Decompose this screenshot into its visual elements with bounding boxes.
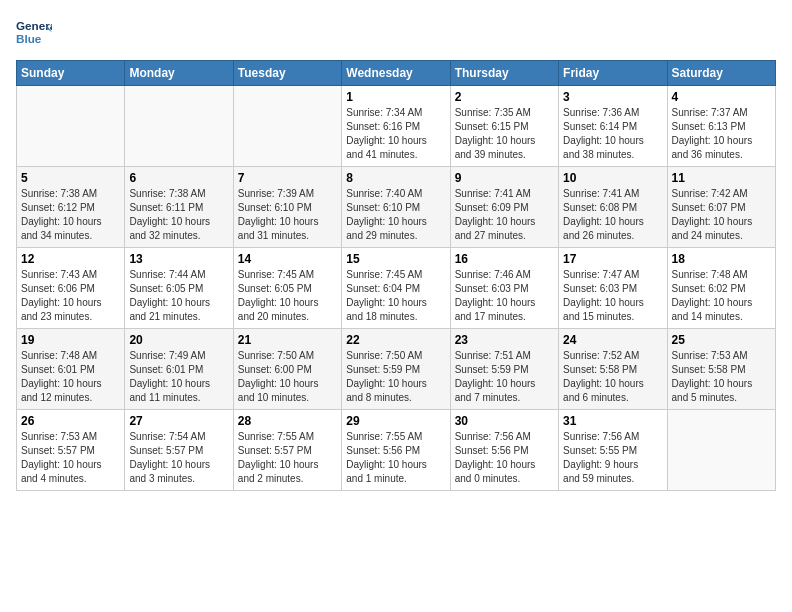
week-row-1: 1Sunrise: 7:34 AMSunset: 6:16 PMDaylight… [17, 86, 776, 167]
day-cell: 31Sunrise: 7:56 AMSunset: 5:55 PMDayligh… [559, 410, 667, 491]
day-number: 29 [346, 414, 445, 428]
column-header-thursday: Thursday [450, 61, 558, 86]
day-cell: 3Sunrise: 7:36 AMSunset: 6:14 PMDaylight… [559, 86, 667, 167]
day-info: Sunrise: 7:55 AMSunset: 5:57 PMDaylight:… [238, 430, 337, 486]
day-cell: 11Sunrise: 7:42 AMSunset: 6:07 PMDayligh… [667, 167, 775, 248]
day-cell: 10Sunrise: 7:41 AMSunset: 6:08 PMDayligh… [559, 167, 667, 248]
day-info: Sunrise: 7:56 AMSunset: 5:55 PMDaylight:… [563, 430, 662, 486]
day-info: Sunrise: 7:53 AMSunset: 5:58 PMDaylight:… [672, 349, 771, 405]
day-cell: 9Sunrise: 7:41 AMSunset: 6:09 PMDaylight… [450, 167, 558, 248]
day-cell [233, 86, 341, 167]
day-number: 3 [563, 90, 662, 104]
column-headers: SundayMondayTuesdayWednesdayThursdayFrid… [17, 61, 776, 86]
day-number: 27 [129, 414, 228, 428]
day-cell: 13Sunrise: 7:44 AMSunset: 6:05 PMDayligh… [125, 248, 233, 329]
day-number: 20 [129, 333, 228, 347]
day-number: 25 [672, 333, 771, 347]
day-info: Sunrise: 7:45 AMSunset: 6:04 PMDaylight:… [346, 268, 445, 324]
day-info: Sunrise: 7:45 AMSunset: 6:05 PMDaylight:… [238, 268, 337, 324]
day-number: 22 [346, 333, 445, 347]
calendar-table: SundayMondayTuesdayWednesdayThursdayFrid… [16, 60, 776, 491]
day-info: Sunrise: 7:48 AMSunset: 6:01 PMDaylight:… [21, 349, 120, 405]
day-number: 4 [672, 90, 771, 104]
day-cell: 15Sunrise: 7:45 AMSunset: 6:04 PMDayligh… [342, 248, 450, 329]
day-number: 21 [238, 333, 337, 347]
day-cell: 26Sunrise: 7:53 AMSunset: 5:57 PMDayligh… [17, 410, 125, 491]
day-cell: 18Sunrise: 7:48 AMSunset: 6:02 PMDayligh… [667, 248, 775, 329]
column-header-sunday: Sunday [17, 61, 125, 86]
day-cell: 12Sunrise: 7:43 AMSunset: 6:06 PMDayligh… [17, 248, 125, 329]
day-info: Sunrise: 7:50 AMSunset: 5:59 PMDaylight:… [346, 349, 445, 405]
day-cell: 29Sunrise: 7:55 AMSunset: 5:56 PMDayligh… [342, 410, 450, 491]
day-info: Sunrise: 7:42 AMSunset: 6:07 PMDaylight:… [672, 187, 771, 243]
day-cell: 21Sunrise: 7:50 AMSunset: 6:00 PMDayligh… [233, 329, 341, 410]
day-number: 15 [346, 252, 445, 266]
svg-text:Blue: Blue [16, 32, 42, 45]
day-cell: 8Sunrise: 7:40 AMSunset: 6:10 PMDaylight… [342, 167, 450, 248]
day-cell: 7Sunrise: 7:39 AMSunset: 6:10 PMDaylight… [233, 167, 341, 248]
day-info: Sunrise: 7:50 AMSunset: 6:00 PMDaylight:… [238, 349, 337, 405]
day-info: Sunrise: 7:53 AMSunset: 5:57 PMDaylight:… [21, 430, 120, 486]
day-number: 11 [672, 171, 771, 185]
day-number: 14 [238, 252, 337, 266]
day-number: 5 [21, 171, 120, 185]
column-header-friday: Friday [559, 61, 667, 86]
day-number: 17 [563, 252, 662, 266]
column-header-wednesday: Wednesday [342, 61, 450, 86]
page-header: GeneralBlue [16, 16, 776, 52]
day-number: 30 [455, 414, 554, 428]
day-number: 12 [21, 252, 120, 266]
day-number: 6 [129, 171, 228, 185]
day-cell: 30Sunrise: 7:56 AMSunset: 5:56 PMDayligh… [450, 410, 558, 491]
day-info: Sunrise: 7:37 AMSunset: 6:13 PMDaylight:… [672, 106, 771, 162]
day-number: 1 [346, 90, 445, 104]
day-info: Sunrise: 7:39 AMSunset: 6:10 PMDaylight:… [238, 187, 337, 243]
day-number: 18 [672, 252, 771, 266]
week-row-2: 5Sunrise: 7:38 AMSunset: 6:12 PMDaylight… [17, 167, 776, 248]
day-cell: 19Sunrise: 7:48 AMSunset: 6:01 PMDayligh… [17, 329, 125, 410]
logo: GeneralBlue [16, 16, 52, 52]
day-info: Sunrise: 7:47 AMSunset: 6:03 PMDaylight:… [563, 268, 662, 324]
day-info: Sunrise: 7:41 AMSunset: 6:09 PMDaylight:… [455, 187, 554, 243]
day-info: Sunrise: 7:48 AMSunset: 6:02 PMDaylight:… [672, 268, 771, 324]
day-info: Sunrise: 7:44 AMSunset: 6:05 PMDaylight:… [129, 268, 228, 324]
day-number: 28 [238, 414, 337, 428]
day-info: Sunrise: 7:43 AMSunset: 6:06 PMDaylight:… [21, 268, 120, 324]
day-info: Sunrise: 7:52 AMSunset: 5:58 PMDaylight:… [563, 349, 662, 405]
day-cell: 25Sunrise: 7:53 AMSunset: 5:58 PMDayligh… [667, 329, 775, 410]
day-info: Sunrise: 7:56 AMSunset: 5:56 PMDaylight:… [455, 430, 554, 486]
day-info: Sunrise: 7:35 AMSunset: 6:15 PMDaylight:… [455, 106, 554, 162]
logo-icon: GeneralBlue [16, 16, 52, 52]
column-header-saturday: Saturday [667, 61, 775, 86]
day-cell: 1Sunrise: 7:34 AMSunset: 6:16 PMDaylight… [342, 86, 450, 167]
day-cell: 24Sunrise: 7:52 AMSunset: 5:58 PMDayligh… [559, 329, 667, 410]
day-number: 24 [563, 333, 662, 347]
day-cell [125, 86, 233, 167]
day-info: Sunrise: 7:38 AMSunset: 6:12 PMDaylight:… [21, 187, 120, 243]
day-info: Sunrise: 7:49 AMSunset: 6:01 PMDaylight:… [129, 349, 228, 405]
day-number: 19 [21, 333, 120, 347]
day-cell: 6Sunrise: 7:38 AMSunset: 6:11 PMDaylight… [125, 167, 233, 248]
day-cell: 14Sunrise: 7:45 AMSunset: 6:05 PMDayligh… [233, 248, 341, 329]
day-info: Sunrise: 7:51 AMSunset: 5:59 PMDaylight:… [455, 349, 554, 405]
day-cell: 20Sunrise: 7:49 AMSunset: 6:01 PMDayligh… [125, 329, 233, 410]
day-info: Sunrise: 7:55 AMSunset: 5:56 PMDaylight:… [346, 430, 445, 486]
day-cell: 22Sunrise: 7:50 AMSunset: 5:59 PMDayligh… [342, 329, 450, 410]
day-number: 16 [455, 252, 554, 266]
day-number: 10 [563, 171, 662, 185]
column-header-monday: Monday [125, 61, 233, 86]
week-row-4: 19Sunrise: 7:48 AMSunset: 6:01 PMDayligh… [17, 329, 776, 410]
day-info: Sunrise: 7:54 AMSunset: 5:57 PMDaylight:… [129, 430, 228, 486]
day-cell: 28Sunrise: 7:55 AMSunset: 5:57 PMDayligh… [233, 410, 341, 491]
column-header-tuesday: Tuesday [233, 61, 341, 86]
day-number: 13 [129, 252, 228, 266]
day-cell: 2Sunrise: 7:35 AMSunset: 6:15 PMDaylight… [450, 86, 558, 167]
day-cell [667, 410, 775, 491]
day-info: Sunrise: 7:41 AMSunset: 6:08 PMDaylight:… [563, 187, 662, 243]
day-cell [17, 86, 125, 167]
week-row-3: 12Sunrise: 7:43 AMSunset: 6:06 PMDayligh… [17, 248, 776, 329]
day-number: 23 [455, 333, 554, 347]
day-cell: 27Sunrise: 7:54 AMSunset: 5:57 PMDayligh… [125, 410, 233, 491]
day-cell: 23Sunrise: 7:51 AMSunset: 5:59 PMDayligh… [450, 329, 558, 410]
day-info: Sunrise: 7:38 AMSunset: 6:11 PMDaylight:… [129, 187, 228, 243]
